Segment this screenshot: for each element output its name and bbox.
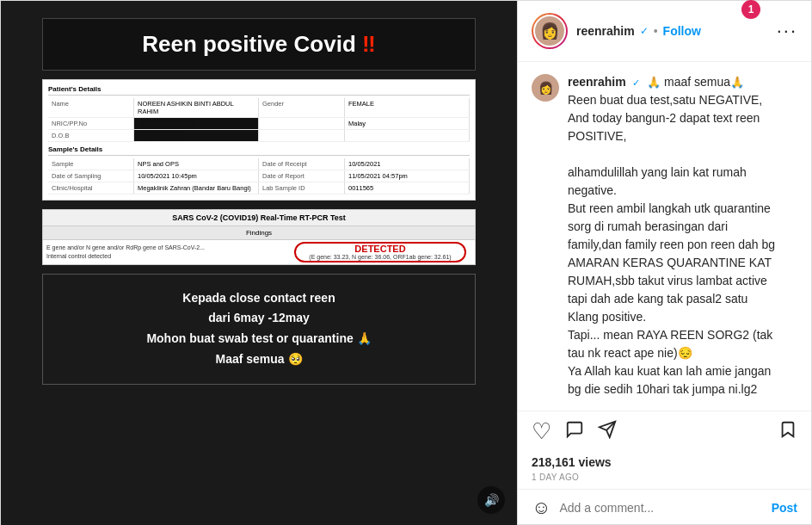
pcr-title: SARS CoV-2 (COVID19) Real-Time RT-PCR Te… bbox=[43, 210, 475, 226]
close-contact-line1: Kepada close contact reen bbox=[60, 288, 458, 309]
receipt-value: 10/05/2021 bbox=[345, 158, 470, 170]
caption-username[interactable]: reenrahim bbox=[568, 75, 626, 89]
detected-label: DETECTED bbox=[354, 244, 405, 254]
verified-badge-caption: ✓ bbox=[632, 77, 640, 88]
post-comment-button[interactable]: Post bbox=[772, 501, 797, 515]
post-image-area: Reen positive Covid ‼️ Patient's Details… bbox=[1, 1, 517, 525]
header-avatar-wrapper: 👩 bbox=[532, 13, 568, 49]
detected-box: DETECTED (E gene: 33.23, N gene: 36.06, … bbox=[294, 242, 466, 262]
dob-value: ██████████ bbox=[134, 130, 259, 141]
gender-label: Gender bbox=[259, 98, 345, 117]
more-options-button[interactable]: ··· bbox=[777, 22, 797, 40]
bookmark-button[interactable] bbox=[778, 420, 797, 444]
pcr-findings-header: Findings bbox=[43, 226, 475, 240]
lab-section1-title: Patient's Details bbox=[48, 85, 470, 96]
username-row: reenrahim ✓ • Follow bbox=[576, 24, 768, 38]
pcr-finding-row: E gene and/or N gene and/or RdRp gene of… bbox=[43, 240, 475, 264]
comments-area: 👩 reenrahim ✓ 🙏 maaf semua🙏 Reen buat du… bbox=[518, 62, 811, 411]
header-avatar: 👩 bbox=[533, 15, 566, 47]
dot-separator: • bbox=[654, 24, 658, 38]
caption-body: Reen buat dua test,satu NEGATIVE, And to… bbox=[568, 91, 797, 398]
name-label: Name bbox=[48, 98, 134, 117]
close-contact-banner: Kepada close contact reen dari 6may -12m… bbox=[42, 274, 476, 385]
race-value: Malay bbox=[345, 118, 470, 129]
time-ago: 1 DAY AGO bbox=[518, 471, 811, 489]
close-contact-line2: dari 6may -12may bbox=[60, 308, 458, 329]
prayer-emoji: 🙏 bbox=[647, 76, 661, 89]
caption-text-area: reenrahim ✓ 🙏 maaf semua🙏 Reen buat dua … bbox=[568, 74, 797, 398]
post-header: 👩 reenrahim ✓ • Follow ··· bbox=[518, 1, 811, 62]
verified-badge-header: ✓ bbox=[640, 25, 649, 37]
report-value: 11/05/2021 04:57pm bbox=[345, 170, 470, 182]
clinic-value: Megaklinik Zahran (Bandar Baru Bangi) bbox=[134, 182, 259, 194]
share-button[interactable] bbox=[598, 420, 617, 444]
nric-label: NRIC/PP.No bbox=[48, 118, 134, 129]
sample-label: Sample bbox=[48, 158, 134, 170]
volume-button[interactable]: 🔊 bbox=[477, 486, 505, 514]
instagram-post-modal: Reen positive Covid ‼️ Patient's Details… bbox=[0, 0, 812, 525]
add-comment-row: ☺ Post bbox=[518, 489, 811, 525]
actions-row: ♡ bbox=[518, 411, 811, 452]
labsample-value: 0011565 bbox=[345, 182, 470, 194]
like-button[interactable]: ♡ bbox=[532, 418, 551, 445]
comment-button[interactable] bbox=[565, 420, 584, 444]
close-contact-line3: Mohon buat swab test or quarantine 🙏 bbox=[60, 329, 458, 349]
header-user-info: reenrahim ✓ • Follow bbox=[576, 24, 768, 38]
header-username[interactable]: reenrahim bbox=[576, 24, 635, 38]
follow-button[interactable]: Follow bbox=[663, 24, 701, 38]
sampling-value: 10/05/2021 10:45pm bbox=[134, 170, 259, 182]
dob-label: D.O.B bbox=[48, 130, 134, 141]
close-contact-line4: Maaf semua 🥺 bbox=[60, 349, 458, 370]
exclaim-icon: ‼️ bbox=[362, 31, 376, 57]
labsample-label: Lab Sample ID bbox=[259, 182, 345, 194]
report-label: Date of Report bbox=[259, 170, 345, 182]
covid-title-text: Reen positive Covid bbox=[142, 31, 356, 57]
receipt-label: Date of Receipt bbox=[259, 158, 345, 170]
sampling-label: Date of Sampling bbox=[48, 170, 134, 182]
lab-section2-title: Sample's Details bbox=[48, 145, 470, 156]
post-info-panel: 👩 reenrahim ✓ • Follow ··· 👩 reenrahim ✓… bbox=[517, 1, 811, 525]
clinic-label: Clinic/Hospital bbox=[48, 182, 134, 194]
lab-report: Patient's Details Name NOREEN ASHIKIN BI… bbox=[42, 79, 476, 201]
pcr-section: SARS CoV-2 (COVID19) Real-Time RT-PCR Te… bbox=[42, 209, 476, 265]
caption-intro: maaf semua bbox=[664, 75, 730, 89]
notification-badge: 1 bbox=[741, 0, 760, 19]
name-value: NOREEN ASHIKIN BINTI ABDUL RAHIM bbox=[134, 98, 259, 117]
nric-value: ████████████ bbox=[134, 118, 259, 129]
views-count: 218,161 views bbox=[518, 452, 811, 471]
prayer-emoji2: 🙏 bbox=[730, 76, 744, 89]
covid-title-banner: Reen positive Covid ‼️ bbox=[42, 18, 476, 71]
author-avatar: 👩 bbox=[532, 74, 559, 102]
detected-values: (E gene: 33.23, N gene: 36.06, ORF1ab ge… bbox=[309, 254, 451, 260]
post-content: Reen positive Covid ‼️ Patient's Details… bbox=[1, 1, 517, 525]
caption-block: 👩 reenrahim ✓ 🙏 maaf semua🙏 Reen buat du… bbox=[532, 74, 797, 398]
volume-icon: 🔊 bbox=[484, 493, 499, 507]
emoji-button[interactable]: ☺ bbox=[532, 497, 551, 519]
gender-value: FEMALE bbox=[345, 98, 470, 117]
race-label bbox=[259, 118, 345, 129]
comment-input[interactable] bbox=[559, 501, 762, 515]
sample-value: NPS and OPS bbox=[134, 158, 259, 170]
